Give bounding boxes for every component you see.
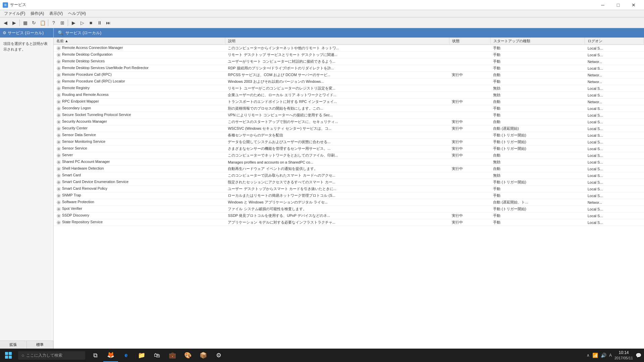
col-header-desc[interactable]: 説明 <box>225 38 449 45</box>
network-icon[interactable]: 📶 <box>592 353 598 358</box>
menu-view[interactable]: 表示(V) <box>47 10 65 17</box>
gear-icon <box>56 86 61 91</box>
table-row[interactable]: Remote Desktop Servicesユーザーがリモート コンピューター… <box>54 58 644 65</box>
forward-button[interactable]: ▶ <box>10 19 18 27</box>
service-logon-cell: Networ... <box>585 58 644 65</box>
pause-service-button[interactable]: ⏸ <box>96 19 104 27</box>
service-status-cell <box>449 45 490 52</box>
col-header-status[interactable]: 状態 <box>449 38 490 45</box>
restart-service-button[interactable]: ⏭ <box>104 19 112 27</box>
table-row[interactable]: SSDP DiscoverySSDP 発見プロトコルを使用する、UPnP デバイ… <box>54 213 644 219</box>
toolbar: ◀ ▶ ▦ ↻ 📋 ? ⊞ ▶ ▷ ■ ⏸ ⏭ <box>0 17 644 28</box>
taskbar-app-store[interactable]: 🛍 <box>150 349 164 362</box>
table-row[interactable]: Remote Desktop Configurationリモート デスクトップ … <box>54 52 644 58</box>
col-header-startup[interactable]: スタートアップの種類 <box>490 38 585 45</box>
table-row[interactable]: Sensor Serviceさまざまなセンサーの機能を管理するセンサー用サービス… <box>54 145 644 152</box>
stop-service-button[interactable]: ■ <box>87 19 95 27</box>
services-table-container[interactable]: 名前 ▲ 説明 状態 スタートアップの種類 ログオン Remote Access… <box>54 38 644 349</box>
ime-icon[interactable]: A <box>609 353 612 358</box>
service-status-cell <box>449 206 490 213</box>
start-service-button[interactable]: ▶ <box>69 19 77 27</box>
back-button[interactable]: ◀ <box>1 19 9 27</box>
start-button[interactable] <box>0 349 17 362</box>
taskbar-app-paint[interactable]: 🎨 <box>180 349 195 362</box>
table-row[interactable]: Secondary Logon別の資格情報でのプロセスの開始を有効にします。この… <box>54 105 644 112</box>
taskbar-app-firefox[interactable]: 🦊 <box>103 349 118 362</box>
table-row[interactable]: Sensor Monitoring Serviceデータを公開してシステムおよび… <box>54 139 644 145</box>
table-row[interactable]: Routing and Remote Access企業ユーザーのために、ローカル… <box>54 92 644 99</box>
service-desc-cell: Manages profiles and accounts on a Share… <box>225 159 449 166</box>
table-row[interactable]: Shared PC Account ManagerManages profile… <box>54 159 644 166</box>
taskbar-app-settings[interactable]: ⚙ <box>211 349 226 362</box>
table-row[interactable]: Security Accounts Managerこのサービスのスタートアップで… <box>54 119 644 125</box>
office-icon: 💼 <box>169 352 176 359</box>
col-header-name[interactable]: 名前 ▲ <box>54 38 225 45</box>
menu-file[interactable]: ファイル(F) <box>1 10 28 17</box>
refresh-button[interactable]: ↻ <box>30 19 38 27</box>
table-row[interactable]: Serverこのコンピューターでネットワークをとおしてのファイル、印刷...実行… <box>54 152 644 159</box>
table-row[interactable]: State Repository Serviceアプリケーション モデルに対する… <box>54 219 644 226</box>
tab-extended[interactable]: 拡張 <box>0 341 27 349</box>
service-desc-cell: WSCSVC (Windows セキュリティ センター) サービスは、コ... <box>225 125 449 132</box>
edge-icon: e <box>125 352 128 358</box>
table-row[interactable]: Smart Card Device Enumeration Service指定さ… <box>54 179 644 186</box>
col-header-logon[interactable]: ログオン <box>585 38 644 45</box>
service-desc-cell: リモート ユーザーがこのコンピューターのレジストリ設定を変... <box>225 85 449 92</box>
taskbar-search-icon: ○ <box>21 353 24 358</box>
sidebar-description: 項目を選択すると説明が表示されます。 <box>0 38 53 55</box>
minimize-button[interactable]: ─ <box>595 0 610 10</box>
table-row[interactable]: Sensor Data Service各種センサーからのデータを配信手動 (トリ… <box>54 132 644 139</box>
tab-standard[interactable]: 標準 <box>27 341 54 349</box>
gear-icon <box>56 126 61 131</box>
table-row[interactable]: Secure Socket Tunneling Protocol Service… <box>54 112 644 119</box>
help-button[interactable]: ? <box>50 19 58 27</box>
table-row[interactable]: Remote Registryリモート ユーザーがこのコンピューターのレジストリ… <box>54 85 644 92</box>
service-logon-cell: Local S... <box>585 139 644 145</box>
service-name-cell: Sensor Data Service <box>54 132 225 139</box>
service-logon-cell: Local S... <box>585 45 644 52</box>
taskbar-app-dropbox[interactable]: 📦 <box>196 349 211 362</box>
show-hide-button[interactable]: ▦ <box>21 19 29 27</box>
taskbar-search[interactable]: ○ ここに入力して検索 <box>18 351 85 360</box>
notification-icon[interactable]: 💬 <box>636 353 641 358</box>
taskbar-app-taskview[interactable]: ⧉ <box>88 349 103 362</box>
table-row[interactable]: Smart Cardこのコンピューターで読み取られたスマート カードへのアクセ.… <box>54 172 644 179</box>
gear-icon <box>56 93 61 98</box>
properties-button[interactable]: ⊞ <box>58 19 66 27</box>
service-desc-cell: さまざまなセンサーの機能を管理するセンサー用サービス。... <box>225 145 449 152</box>
svg-point-12 <box>58 128 59 129</box>
volume-icon[interactable]: 🔊 <box>601 353 606 358</box>
start-service2-button[interactable]: ▷ <box>78 19 86 27</box>
taskbar-app-edge[interactable]: e <box>119 349 133 362</box>
main-layout: ⚙ サービス (ローカル) 項目を選択すると説明が表示されます。 拡張 標準 🔍… <box>0 28 644 349</box>
export-button[interactable]: 📋 <box>39 19 47 27</box>
table-row[interactable]: SNMP Trapローカルまたはリモートの簡易ネットワーク管理プロトコル (S.… <box>54 192 644 199</box>
table-row[interactable]: Remote Access Connection Managerこのコンピュータ… <box>54 45 644 52</box>
firefox-icon: 🦊 <box>107 351 114 359</box>
taskbar-app-explorer[interactable]: 📁 <box>134 349 149 362</box>
table-row[interactable]: Security CenterWSCSVC (Windows セキュリティ セン… <box>54 125 644 132</box>
paint-icon: 🎨 <box>184 352 192 359</box>
table-row[interactable]: RPC Endpoint Mapperトランスポートのエンドポイントに対する R… <box>54 99 644 105</box>
menu-help[interactable]: ヘルプ(H) <box>65 10 89 17</box>
service-name-cell: Secure Socket Tunneling Protocol Service <box>54 112 225 119</box>
taskbar-app-office[interactable]: 💼 <box>165 349 180 362</box>
service-name-cell: Security Accounts Manager <box>54 119 225 125</box>
menu-action[interactable]: 操作(A) <box>28 10 47 17</box>
service-startup-cell: 自動 <box>490 99 585 105</box>
table-row[interactable]: Software ProtectionWindows と Windows アプリ… <box>54 199 644 206</box>
close-button[interactable]: ✕ <box>626 0 641 10</box>
taskbar-clock[interactable]: 10:14 2017/05/11 <box>614 350 633 361</box>
table-row[interactable]: Remote Procedure Call (RPC)RPCSS サービスは、C… <box>54 72 644 78</box>
table-row[interactable]: Remote Procedure Call (RPC) LocatorWindo… <box>54 78 644 85</box>
table-row[interactable]: Remote Desktop Services UserMode Port Re… <box>54 65 644 72</box>
chevron-up-icon[interactable]: ∧ <box>587 353 590 358</box>
service-startup-cell: 自動 <box>490 152 585 159</box>
toolbar-separator-3 <box>68 19 68 26</box>
service-logon-cell: Local S... <box>585 65 644 72</box>
table-row[interactable]: Spot Verifierファイル システム破損の可能性を検査します。手動 (ト… <box>54 206 644 213</box>
table-row[interactable]: Shell Hardware Detection自動再生ハードウェア イベントの… <box>54 166 644 172</box>
maximize-button[interactable]: □ <box>610 0 626 10</box>
svg-point-21 <box>58 188 59 189</box>
table-row[interactable]: Smart Card Removal Policyユーザー デスクトップからスマ… <box>54 186 644 192</box>
